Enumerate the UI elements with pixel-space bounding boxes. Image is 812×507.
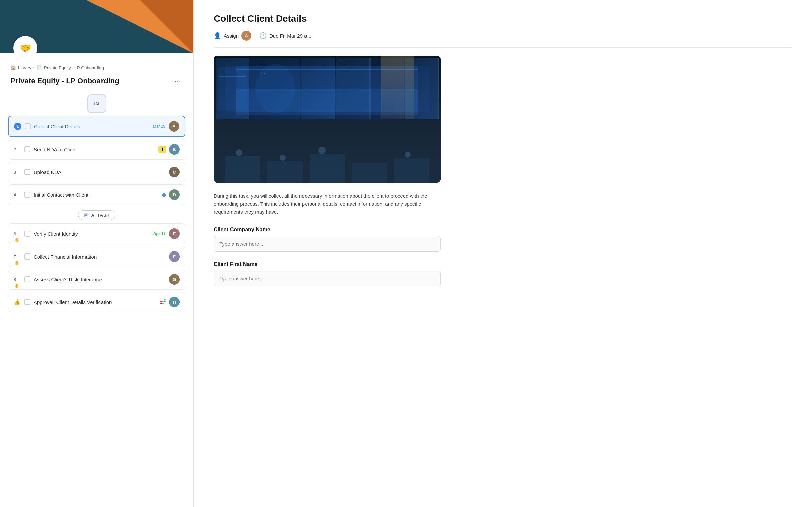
svg-rect-3	[164, 299, 166, 300]
task-name-approval: Approval: Client Details Verification	[34, 299, 160, 305]
logo-emoji: 🤝	[20, 43, 32, 54]
assign-meta: 👤 Assign A	[214, 31, 251, 41]
form-label-company: Client Company Name	[214, 227, 441, 233]
task-list-bottom: 6 ✋ Verify Client Identity Apr 17 E 7 ✋ …	[0, 223, 193, 314]
task-list-top: 1 Collect Client Details Mar 29 A 2 Send…	[0, 116, 193, 207]
task-checkbox-4[interactable]	[24, 192, 30, 198]
clock-icon: 🕐	[259, 32, 267, 40]
task-name-8: Assess Client's Risk Tolerance	[34, 277, 169, 282]
connector-label: IN	[95, 101, 99, 106]
task-image: 6:6	[214, 56, 441, 183]
form-field-firstname: Client First Name	[214, 261, 441, 286]
task-avatar-1: A	[169, 121, 179, 131]
task-item-approval[interactable]: 👍 Approval: Client Details Verification …	[8, 292, 185, 312]
home-icon: 🏠	[11, 65, 16, 70]
form-section: Client Company Name Client First Name	[214, 227, 441, 286]
ai-task-label: AI TASK	[91, 213, 110, 218]
task-number-4: 4	[14, 192, 21, 198]
task-date-1: Mar 29	[153, 124, 165, 128]
task-name-7: Collect Financial Information	[34, 254, 169, 260]
task-number-2: 2	[14, 147, 21, 152]
assign-avatar: A	[241, 31, 251, 41]
connector-icon-box[interactable]: IN	[87, 94, 106, 113]
task-checkbox-7[interactable]	[24, 253, 30, 260]
svg-rect-1	[160, 301, 162, 302]
floor-area	[214, 119, 441, 183]
breadcrumb-separator: ›	[34, 65, 35, 70]
more-options-button[interactable]: ···	[172, 76, 183, 86]
drag-icon-6: ✋	[14, 238, 19, 242]
task-item-4[interactable]: 4 Initial Contact with Client ◆ D	[8, 184, 185, 205]
window-glow	[381, 56, 414, 122]
task-item-3[interactable]: 3 Upload NDA C	[8, 162, 185, 182]
task-number-8: 8 ✋	[14, 277, 21, 282]
task-avatar-3: C	[169, 167, 180, 177]
breadcrumb-page-icon: 📄	[37, 65, 42, 70]
task-checkbox-8[interactable]	[24, 276, 30, 282]
task-meta-row: 👤 Assign A 🕐 Due Fri Mar 29 a...	[214, 31, 792, 48]
breadcrumb: 🏠 Library › 📄 Private Equity - LP Onboar…	[0, 53, 193, 73]
task-date-6: Apr 17	[153, 231, 166, 236]
slack-icon	[160, 299, 166, 305]
assign-button[interactable]: Assign	[224, 33, 239, 39]
due-meta: 🕐 Due Fri Mar 29 a...	[259, 32, 311, 40]
ai-flask-icon: ⚗️	[84, 213, 89, 218]
icon-connector: IN	[0, 92, 193, 116]
drag-icon-7: ✋	[14, 261, 19, 265]
task-name-4: Initial Contact with Client	[34, 192, 162, 198]
right-panel: Collect Client Details 👤 Assign A 🕐 Due …	[194, 0, 812, 507]
task-tool-icon-4: ◆	[162, 191, 166, 199]
task-name-2: Send NDA to Client	[34, 147, 158, 152]
form-input-company[interactable]	[214, 236, 441, 252]
banner-triangle-dark-orange	[140, 0, 193, 53]
breadcrumb-current[interactable]: Private Equity - LP Onboarding	[44, 65, 104, 70]
svg-rect-4	[164, 300, 166, 302]
header-banner: 🤝	[0, 0, 193, 53]
form-label-firstname: Client First Name	[214, 261, 441, 267]
project-title-row: Private Equity - LP Onboarding ···	[0, 73, 193, 92]
task-checkbox-3[interactable]	[24, 169, 30, 175]
task-description: During this task, you will collect all t…	[214, 192, 441, 216]
task-checkbox-6[interactable]	[24, 231, 30, 237]
left-panel: 🤝 🏠 Library › 📄 Private Equity - LP Onbo…	[0, 0, 194, 507]
task-name-6: Verify Client Identity	[34, 231, 153, 237]
task-item-1[interactable]: 1 Collect Client Details Mar 29 A	[8, 116, 185, 137]
thumbs-up-icon: 👍	[14, 299, 20, 305]
form-input-firstname[interactable]	[214, 271, 441, 286]
svg-rect-5	[162, 300, 164, 302]
task-number-6: 6 ✋	[14, 231, 21, 236]
drag-icon-8: ✋	[14, 283, 19, 288]
svg-rect-0	[160, 302, 162, 304]
task-number-7: 7 ✋	[14, 254, 21, 259]
detail-title: Collect Client Details	[214, 13, 792, 24]
form-field-company: Client Company Name	[214, 227, 441, 252]
task-avatar-2: B	[169, 144, 180, 155]
due-date-text: Due Fri Mar 29 a...	[269, 33, 311, 39]
task-checkbox-1[interactable]	[25, 123, 31, 129]
office-scene-bg: 6:6	[214, 56, 441, 183]
person-icon: 👤	[214, 32, 221, 40]
ai-task-pill: ⚗️ AI TASK	[78, 211, 115, 220]
task-checkbox-approval[interactable]	[24, 299, 30, 305]
task-name-1: Collect Client Details	[34, 124, 153, 129]
task-number-approval: 👍	[14, 299, 21, 305]
project-title: Private Equity - LP Onboarding	[11, 77, 119, 86]
task-avatar-8: G	[169, 274, 180, 285]
task-checkbox-2[interactable]	[24, 146, 30, 152]
ai-task-badge-area: ⚗️ AI TASK	[0, 211, 193, 220]
svg-rect-2	[162, 302, 164, 304]
task-avatar-6: E	[169, 228, 180, 239]
logo-circle: 🤝	[13, 36, 38, 53]
task-item-8[interactable]: 8 ✋ Assess Client's Risk Tolerance G	[8, 269, 185, 290]
task-download-icon-2: ⬇	[158, 146, 166, 153]
task-item-7[interactable]: 7 ✋ Collect Financial Information F	[8, 246, 185, 267]
task-name-3: Upload NDA	[34, 169, 169, 175]
breadcrumb-library[interactable]: Library	[18, 65, 32, 70]
task-item-6[interactable]: 6 ✋ Verify Client Identity Apr 17 E	[8, 223, 185, 244]
task-avatar-4: D	[169, 189, 180, 200]
task-number-3: 3	[14, 170, 21, 175]
task-avatar-approval: H	[169, 296, 180, 307]
task-item-2[interactable]: 2 Send NDA to Client ⬇ B	[8, 139, 185, 160]
task-number-1: 1	[14, 123, 21, 130]
task-avatar-7: F	[169, 251, 180, 262]
